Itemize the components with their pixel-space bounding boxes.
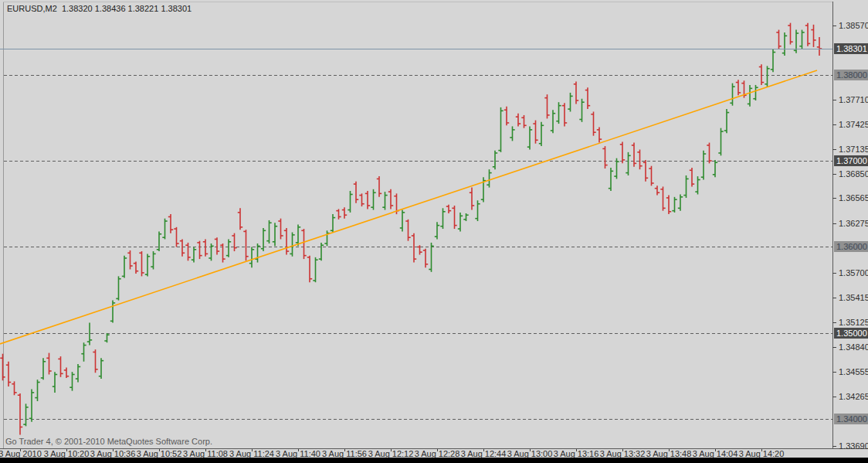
ohlc-bar-down: [243, 230, 248, 260]
ohlc-bar-down: [284, 228, 289, 255]
ohlc-bar-down: [690, 168, 694, 187]
symbol-period-label: EURUSD,M2: [7, 4, 57, 13]
ohlc-bar-up: [371, 189, 375, 210]
price-axis-label: 1.37135: [839, 144, 868, 155]
price-axis-label: 1.34555: [839, 366, 868, 377]
price-axis-label: 1.37710: [839, 94, 868, 105]
ohlc-bar-up: [701, 151, 706, 180]
price-axis-label: 1.34840: [839, 342, 868, 352]
ohlc-bar-up: [683, 175, 688, 198]
ohlc-bar-down: [134, 261, 138, 274]
ohlc-bar-up: [249, 247, 254, 267]
ohlc-bar-down: [93, 349, 97, 373]
ohlc-bar-up: [556, 102, 561, 124]
price-chart-canvas[interactable]: [0, 0, 868, 463]
ohlc-bar-up: [568, 93, 572, 112]
ohlc-bar-down: [655, 186, 659, 195]
ohlc-bar-up: [145, 254, 150, 276]
ohlc-bar-up: [551, 110, 555, 133]
ohlc-bar-up: [313, 257, 317, 282]
ohlc-bar-down: [811, 25, 815, 47]
ohlc-bar-down: [336, 209, 341, 219]
ohlc-bar-down: [307, 256, 312, 283]
ohlc-bar-up: [81, 342, 86, 362]
ohlc-bar-up: [261, 228, 266, 251]
ohlc-bar-down: [127, 250, 132, 270]
ohlc-bar-down: [215, 237, 219, 254]
price-axis-label: 1.36850: [839, 169, 868, 179]
ohlc-bar-down: [805, 23, 810, 46]
ohlc-bar-down: [278, 219, 283, 240]
ohlc-bar-down: [660, 186, 665, 210]
ohlc-bar-up: [695, 176, 700, 194]
ohlc-bar-up: [255, 243, 259, 263]
price-axis-label: 1.33690: [839, 441, 868, 451]
ohlc-bar-down: [562, 103, 567, 126]
ohlc-bar-down: [342, 207, 347, 218]
ohlc-bar-up: [53, 372, 57, 393]
ohlc-bar-down: [620, 141, 625, 163]
ohlc-bar-up: [609, 168, 613, 191]
ohlc-bar-down: [197, 241, 202, 259]
ohlc-bar-up: [23, 403, 28, 426]
ohlc-bar-up: [730, 83, 734, 106]
ohlc-bar-down: [632, 143, 636, 167]
ohlc-bar-up: [104, 333, 109, 342]
ohlc-bar-up: [192, 247, 196, 262]
ohlc-bar-up: [70, 372, 74, 391]
ohlc-bar-down: [649, 166, 653, 186]
ohlc-bar-down: [64, 368, 69, 378]
ohlc-bar-down: [220, 243, 225, 263]
ohlc-bar-down: [203, 239, 208, 256]
ohlc-bar-up: [226, 239, 231, 257]
level-price-label-muted: 1.34000: [834, 414, 868, 424]
ohlc-bar-down: [412, 233, 416, 263]
price-axis-label: 1.36275: [839, 218, 868, 229]
price-axis-label: 1.38570: [839, 20, 868, 31]
ohlc-bar-up: [440, 208, 445, 229]
ohlc-bar-down: [759, 64, 764, 85]
ohlc-bar-up: [122, 256, 127, 278]
ohlc-bar-down: [533, 121, 537, 144]
ohlc-bar-up: [765, 66, 769, 87]
ohlc-bar-down: [544, 94, 549, 118]
ohlc-bar-up: [463, 213, 468, 221]
ohlc-bar-down: [238, 208, 242, 230]
ohlc-bar-up: [162, 219, 167, 240]
ohlc-bar-down: [637, 150, 642, 170]
ohlc-bar-up: [99, 358, 103, 379]
ohlc-bar-up: [626, 152, 630, 175]
ohlc-bar-up: [713, 160, 717, 177]
ohlc-bar-down: [707, 143, 711, 164]
ohlc-bar-up: [672, 197, 676, 213]
ohlc-readout: 1.38320 1.38436 1.38221 1.38301: [62, 4, 192, 13]
price-axis-label: 1.34265: [839, 391, 868, 402]
ohlc-bar-up: [35, 380, 39, 401]
ohlc-bar-down: [12, 381, 16, 395]
ohlc-bar-down: [574, 81, 578, 104]
ohlc-bar-up: [151, 251, 155, 269]
ohlc-bar-down: [597, 128, 602, 143]
ohlc-bar-down: [180, 239, 185, 256]
ohlc-bar-down: [666, 196, 671, 215]
ohlc-bar-up: [475, 200, 480, 221]
ohlc-bar-up: [782, 32, 787, 56]
price-axis-label: 1.35415: [839, 292, 868, 303]
ohlc-bar-up: [487, 169, 491, 187]
ohlc-bar-up: [87, 323, 92, 346]
ohlc-bar-up: [209, 243, 213, 260]
price-axis-label: 1.36565: [839, 192, 868, 203]
ohlc-bar-down: [591, 111, 595, 135]
price-axis-label: 1.35700: [839, 267, 868, 278]
ohlc-bar-up: [435, 222, 439, 239]
level-price-label-muted: 1.38000: [834, 70, 868, 80]
ohlc-bar-down: [354, 182, 358, 203]
ohlc-bar-down: [516, 114, 520, 127]
ohlc-bar-down: [139, 251, 144, 276]
ohlc-bar-up: [753, 85, 758, 100]
ohlc-bar-down: [232, 233, 236, 251]
ohlc-bar-down: [58, 356, 63, 377]
ohlc-bar-up: [579, 99, 584, 122]
ohlc-bar-up: [116, 276, 120, 300]
ohlc-bar-up: [458, 213, 463, 232]
